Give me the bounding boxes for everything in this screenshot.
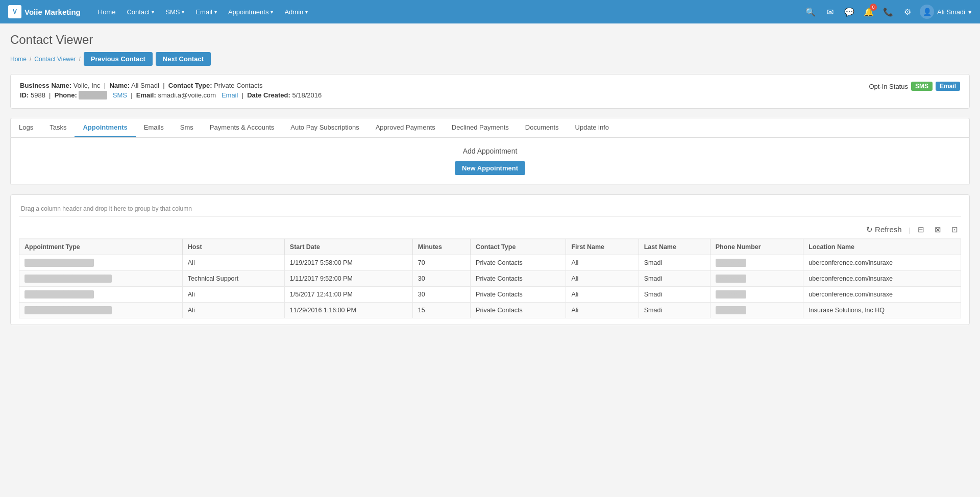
- export-csv-button[interactable]: ⊡: [948, 224, 961, 235]
- refresh-label: Refresh: [875, 225, 902, 234]
- cell-last-name: Smadi: [639, 271, 710, 287]
- mail-icon[interactable]: ✉: [823, 5, 837, 19]
- nav-right-icons: 🔍 ✉ 💬 🔔 0 📞 ⚙ 👤 Ali Smadi ▾: [803, 5, 972, 19]
- bell-icon[interactable]: 🔔 0: [862, 5, 876, 19]
- cell-appointment-type: ██████████████: [19, 287, 183, 303]
- opt-in-status: Opt-In Status SMS Email: [869, 82, 960, 91]
- cell-contact-type: Private Contacts: [471, 303, 566, 318]
- export-xls-button[interactable]: ⊟: [915, 224, 927, 235]
- tab-tasks[interactable]: Tasks: [41, 118, 75, 137]
- search-icon[interactable]: 🔍: [803, 5, 818, 19]
- table-section: Drag a column header and drop it here to…: [10, 194, 970, 325]
- id-label: ID:: [20, 91, 29, 99]
- cell-host: Ali: [182, 255, 284, 271]
- phone-label: Phone:: [55, 91, 77, 99]
- cell-contact-type: Private Contacts: [471, 255, 566, 271]
- cell-start-date: 1/19/2017 5:58:00 PM: [284, 255, 412, 271]
- add-appointment-section: Add Appointment New Appointment: [11, 138, 969, 185]
- gear-icon[interactable]: ⚙: [900, 5, 915, 19]
- contact-info-card: Business Name: Voiie, Inc | Name: Ali Sm…: [10, 74, 970, 109]
- appointments-table: Appointment Type Host Start Date Minutes…: [19, 239, 961, 318]
- table-row: ██████████████████ Ali 11/29/2016 1:16:0…: [19, 303, 961, 318]
- phone-icon[interactable]: 📞: [881, 5, 895, 19]
- phone-value: ••••••••••: [79, 91, 107, 100]
- refresh-button[interactable]: ↻ Refresh: [863, 224, 905, 235]
- nav-contact[interactable]: Contact ▾: [121, 6, 159, 18]
- cell-minutes: 30: [412, 271, 470, 287]
- cell-phone-number: •••••••••••: [710, 271, 803, 287]
- refresh-icon: ↻: [866, 225, 873, 234]
- cell-phone-number: •••••••••••: [710, 287, 803, 303]
- brand-logo-link[interactable]: V Voiie Marketing: [8, 5, 81, 18]
- cell-location-name: uberconference.com/insuraxe: [803, 287, 961, 303]
- sms-caret-icon: ▾: [182, 9, 184, 15]
- cell-minutes: 70: [412, 255, 470, 271]
- drag-hint: Drag a column header and drop it here to…: [19, 201, 961, 217]
- page-container: Contact Viewer Home / Contact Viewer / P…: [0, 23, 980, 334]
- opt-in-label: Opt-In Status: [869, 83, 908, 90]
- export-pdf-button[interactable]: ⊠: [932, 224, 944, 235]
- tab-appointments[interactable]: Appointments: [75, 118, 135, 137]
- tab-approved-payments[interactable]: Approved Payments: [368, 118, 444, 137]
- appointments-caret-icon: ▾: [271, 9, 273, 15]
- toolbar-separator: |: [909, 226, 911, 234]
- chat-icon[interactable]: 💬: [842, 5, 856, 19]
- contact-info-left: Business Name: Voiie, Inc | Name: Ali Sm…: [20, 82, 869, 101]
- nav-admin[interactable]: Admin ▾: [279, 6, 313, 18]
- tab-logs[interactable]: Logs: [11, 118, 41, 137]
- phone-sms-link[interactable]: SMS: [113, 91, 127, 99]
- nav-home[interactable]: Home: [93, 6, 121, 18]
- email-label: Email:: [136, 91, 156, 99]
- col-last-name: Last Name: [639, 239, 710, 255]
- tab-documents[interactable]: Documents: [517, 118, 567, 137]
- bell-badge: 0: [870, 4, 877, 11]
- breadcrumb-page[interactable]: Contact Viewer: [34, 56, 76, 63]
- opt-email-badge: Email: [936, 82, 960, 91]
- main-content: Add Appointment New Appointment: [10, 137, 970, 185]
- tab-emails[interactable]: Emails: [136, 118, 172, 137]
- tab-declined-payments[interactable]: Declined Payments: [444, 118, 517, 137]
- table-row: ██████████████ Ali 1/19/2017 5:58:00 PM …: [19, 255, 961, 271]
- tab-update-info[interactable]: Update info: [567, 118, 618, 137]
- cell-contact-type: Private Contacts: [471, 287, 566, 303]
- brand-logo-icon: V: [8, 5, 21, 18]
- tab-auto-pay[interactable]: Auto Pay Subscriptions: [282, 118, 367, 137]
- cell-minutes: 30: [412, 287, 470, 303]
- tab-sms[interactable]: Sms: [172, 118, 202, 137]
- user-avatar: 👤: [920, 5, 934, 19]
- nav-appointments[interactable]: Appointments ▾: [223, 6, 279, 18]
- cell-last-name: Smadi: [639, 255, 710, 271]
- previous-contact-button[interactable]: Previous Contact: [84, 52, 153, 66]
- table-row: ██████████████████ Technical Support 1/1…: [19, 271, 961, 287]
- contact-type-label: Contact Type:: [168, 82, 212, 89]
- col-appointment-type: Appointment Type: [19, 239, 183, 255]
- new-appointment-button[interactable]: New Appointment: [455, 161, 525, 175]
- email-link[interactable]: Email: [222, 91, 238, 99]
- cell-first-name: Ali: [566, 255, 639, 271]
- nav-sms[interactable]: SMS ▾: [160, 6, 189, 18]
- page-title: Contact Viewer: [10, 33, 970, 47]
- cell-host: Ali: [182, 303, 284, 318]
- date-created-label: Date Created:: [247, 91, 290, 99]
- next-contact-button[interactable]: Next Contact: [156, 52, 211, 66]
- breadcrumb-home[interactable]: Home: [10, 56, 27, 63]
- cell-appointment-type: ██████████████████: [19, 271, 183, 287]
- cell-location-name: uberconference.com/insuraxe: [803, 271, 961, 287]
- nav-items: Home Contact ▾ SMS ▾ Email ▾ Appointment…: [93, 6, 803, 18]
- col-location-name: Location Name: [803, 239, 961, 255]
- cell-appointment-type: ██████████████: [19, 255, 183, 271]
- nav-email[interactable]: Email ▾: [190, 6, 222, 18]
- user-menu[interactable]: 👤 Ali Smadi ▾: [920, 5, 972, 19]
- breadcrumb-sep-1: /: [30, 56, 31, 63]
- xls-icon: ⊟: [918, 225, 924, 234]
- tab-payments-accounts[interactable]: Payments & Accounts: [202, 118, 282, 137]
- cell-first-name: Ali: [566, 303, 639, 318]
- table-body: ██████████████ Ali 1/19/2017 5:58:00 PM …: [19, 255, 961, 318]
- admin-caret-icon: ▾: [305, 9, 308, 15]
- email-value: smadi.a@voiie.com: [158, 91, 216, 99]
- cell-first-name: Ali: [566, 271, 639, 287]
- col-start-date: Start Date: [284, 239, 412, 255]
- add-appointment-label: Add Appointment: [20, 147, 960, 155]
- col-phone-number: Phone Number: [710, 239, 803, 255]
- cell-start-date: 1/5/2017 12:41:00 PM: [284, 287, 412, 303]
